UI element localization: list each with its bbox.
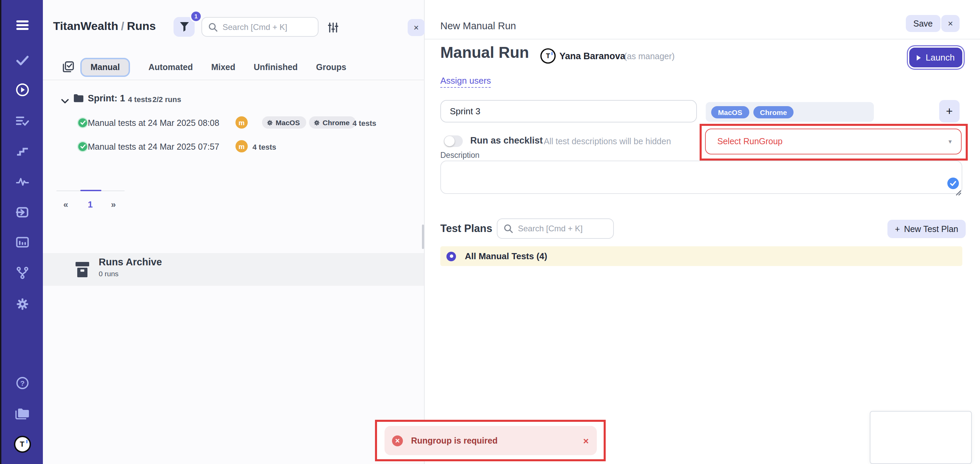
divider [425, 39, 980, 40]
checklist-hint: All test descriptions will be hidden [544, 137, 671, 146]
launch-button[interactable]: Launch [909, 48, 962, 67]
sprint-folder-row[interactable]: Sprint: 1 4 tests 2/2 runs [43, 92, 425, 107]
help-icon[interactable]: ? [16, 377, 29, 389]
pagination-next[interactable]: » [111, 199, 116, 210]
folder-name[interactable]: Sprint: 1 [88, 93, 125, 103]
sign-in-icon[interactable] [16, 207, 29, 218]
bulk-select-icon[interactable] [63, 61, 74, 76]
breadcrumb-project[interactable]: TitanWealth [53, 20, 118, 33]
toast-message: Rungroup is required [411, 436, 498, 445]
main-sidebar: ? T [2, 0, 43, 464]
save-button[interactable]: Save [906, 15, 940, 32]
folder-tests-count: 4 tests [128, 95, 152, 103]
app-logo[interactable]: T [14, 436, 30, 453]
tab-groups[interactable]: Groups [316, 58, 347, 77]
scrollbar-thumb[interactable] [422, 224, 424, 249]
env-pill-macos: MacOS [262, 116, 306, 129]
test-plan-item-all-manual[interactable]: All Manual Tests (4) [440, 246, 962, 266]
manager-name: Yana Baranova [559, 51, 625, 61]
bar-chart-icon[interactable] [16, 237, 29, 248]
branch-icon[interactable] [16, 267, 28, 279]
passed-status-icon [78, 142, 87, 151]
play-icon [917, 55, 921, 60]
breadcrumb: TitanWealth/Runs [53, 20, 156, 33]
run-title[interactable]: Manual tests at 24 Mar 2025 07:57 [88, 142, 219, 152]
divider [43, 79, 425, 80]
tab-manual[interactable]: Manual [80, 58, 130, 77]
pagination-active-indicator [80, 190, 102, 191]
run-row[interactable]: Manual tests at 24 Mar 2025 07:57 m 4 te… [43, 140, 425, 154]
plus-icon: + [895, 224, 900, 234]
breadcrumb-separator: / [118, 20, 127, 33]
run-type-tabs: Manual Automated Mixed Unfinished Groups [43, 57, 425, 78]
run-title[interactable]: Manual tests at 24 Mar 2025 08:08 [88, 118, 219, 128]
test-plan-radio-icon[interactable] [447, 251, 456, 261]
archive-title: Runs Archive [99, 256, 162, 267]
close-editor-button[interactable]: × [941, 15, 959, 32]
pagination-prev[interactable]: « [63, 199, 68, 210]
env-tag-chrome[interactable]: Chrome [753, 106, 794, 118]
run-row[interactable]: Manual tests at 24 Mar 2025 08:08 m MacO… [43, 116, 425, 130]
caret-down-icon: ▼ [947, 138, 953, 145]
toggle-knob [444, 136, 455, 146]
error-icon: ✕ [392, 435, 403, 446]
search-icon [208, 22, 218, 32]
play-circle-icon[interactable] [15, 83, 29, 97]
archive-subtitle: 0 runs [99, 269, 118, 278]
runs-search-input[interactable] [223, 22, 318, 32]
test-plans-search-input[interactable] [518, 224, 613, 234]
description-label: Description [440, 151, 479, 159]
run-title-heading: Manual Run [440, 43, 529, 62]
check-icon[interactable] [16, 56, 29, 66]
chevron-down-icon[interactable] [61, 95, 69, 107]
folder-icon [73, 93, 84, 105]
checklist-label: Run as checklist [470, 135, 543, 146]
menu-icon[interactable] [15, 20, 29, 30]
steps-icon[interactable] [16, 146, 28, 156]
env-pill-chrome: Chrome [309, 116, 356, 129]
archive-box-icon [75, 261, 90, 281]
adjustments-icon[interactable] [326, 21, 340, 34]
panel-title: New Manual Run [440, 21, 516, 31]
rungroup-placeholder: Select RunGroup [717, 137, 783, 146]
search-icon [504, 224, 513, 234]
manual-badge: m [235, 116, 248, 129]
error-toast: ✕ Rungroup is required × [385, 426, 597, 455]
env-tag-macos[interactable]: MacOS [711, 106, 749, 118]
list-check-icon[interactable] [16, 116, 29, 126]
tab-unfinished[interactable]: Unfinished [254, 58, 298, 77]
filter-count-badge: 1 [190, 10, 202, 22]
description-textarea[interactable] [440, 160, 962, 194]
test-plans-heading: Test Plans [440, 222, 492, 235]
run-as-checklist-toggle[interactable] [444, 135, 463, 147]
test-plans-search[interactable] [497, 218, 614, 239]
settings-gear-icon[interactable] [16, 298, 29, 311]
funnel-icon [179, 22, 189, 32]
rungroup-select[interactable]: Select RunGroup ▼ [705, 129, 962, 154]
app-window: ? T TitanWealth/Runs 1 × [0, 0, 980, 464]
pagination-page-1[interactable]: 1 [88, 199, 92, 210]
runs-archive-row[interactable]: Runs Archive 0 runs [43, 253, 424, 286]
new-test-plan-button[interactable]: + New Test Plan [888, 220, 966, 238]
folder-icon[interactable] [15, 408, 29, 420]
passed-status-icon [78, 118, 87, 127]
toast-close-icon[interactable]: × [583, 435, 589, 446]
pulse-icon[interactable] [16, 177, 29, 186]
resize-handle[interactable] [955, 186, 962, 199]
manual-badge: m [235, 140, 248, 153]
environments-box[interactable]: MacOS Chrome [706, 102, 874, 122]
breadcrumb-current: Runs [127, 20, 156, 33]
runs-search[interactable] [202, 17, 318, 37]
gear-icon [267, 119, 273, 126]
tab-automated[interactable]: Automated [148, 58, 193, 77]
gear-icon [314, 119, 320, 126]
assign-users-link[interactable]: Assign users [440, 76, 491, 88]
run-name-input[interactable] [440, 100, 697, 122]
close-panel-button[interactable]: × [408, 19, 425, 36]
add-environment-button[interactable]: + [939, 100, 959, 122]
tab-mixed[interactable]: Mixed [211, 58, 235, 77]
folder-runs-count: 2/2 runs [153, 95, 181, 103]
runs-list-panel: TitanWealth/Runs 1 × Manual Automated Mi… [43, 0, 425, 464]
ghost-overlay [870, 411, 972, 464]
manager-role: (as manager) [624, 52, 675, 61]
